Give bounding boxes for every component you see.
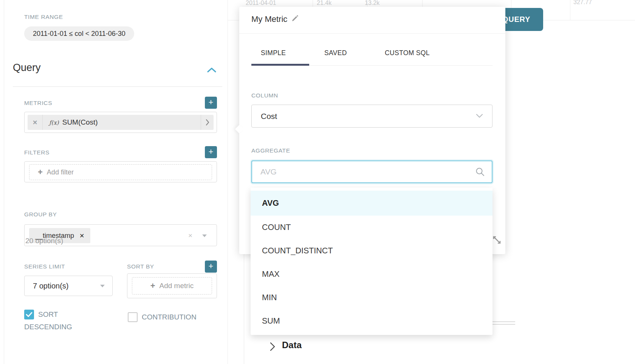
controls-panel: TIME RANGE 2011-01-01 ≤ col < 2011-06-30… xyxy=(4,0,228,364)
resize-handle-icon[interactable] xyxy=(492,235,502,247)
add-sort-metric-button[interactable]: + Add metric xyxy=(132,277,212,295)
aggregate-option-sum[interactable]: SUM xyxy=(251,309,493,333)
chevron-down-icon[interactable] xyxy=(202,234,207,237)
data-panel-header[interactable]: Data xyxy=(282,340,302,350)
sort-descending-checkbox-row[interactable]: SORT DESCENDING xyxy=(24,308,82,333)
chevron-down-icon xyxy=(476,113,483,120)
function-icon: ƒ(x) xyxy=(49,119,59,126)
popover-title: My Metric xyxy=(251,14,299,24)
divider xyxy=(239,33,505,34)
time-range-pill[interactable]: 2011-01-01 ≤ col < 2011-06-30 xyxy=(24,26,134,41)
sort-by-field: + Add metric xyxy=(127,273,217,298)
aggregate-option-min[interactable]: MIN xyxy=(251,286,493,309)
tab-simple[interactable]: SIMPLE xyxy=(261,49,286,57)
active-tab-indicator xyxy=(251,64,309,66)
add-metric-button[interactable]: + xyxy=(205,97,217,109)
add-filter-button[interactable]: + Add filter xyxy=(29,164,212,180)
clear-select-icon[interactable]: × xyxy=(188,231,192,240)
query-section-title: Query xyxy=(13,62,41,74)
table-cell-timestamp-line1: 2011-04-01 xyxy=(246,0,276,7)
metrics-field: × ƒ(x) SUM(Cost) xyxy=(24,112,217,133)
add-sort-metric-plus-button[interactable]: + xyxy=(205,261,217,273)
time-range-label: TIME RANGE xyxy=(24,14,63,20)
table-cell-value: 13.2k xyxy=(365,0,379,7)
plus-icon: + xyxy=(38,167,43,177)
add-filter-plus-button[interactable]: + xyxy=(205,146,217,158)
chevron-up-icon[interactable] xyxy=(207,67,217,74)
column-label: COLUMN xyxy=(251,92,278,99)
group-by-label: GROUP BY xyxy=(24,211,57,218)
metric-label[interactable]: ƒ(x) SUM(Cost) xyxy=(43,118,201,126)
aggregate-option-max[interactable]: MAX xyxy=(251,262,493,286)
table-cell-value: 21.4k xyxy=(317,0,331,7)
checkbox-unchecked-icon[interactable] xyxy=(128,312,138,322)
metric-pill[interactable]: × ƒ(x) SUM(Cost) xyxy=(28,115,214,130)
divider xyxy=(13,86,222,87)
edit-pencil-icon[interactable] xyxy=(291,14,299,24)
tab-saved[interactable]: SAVED xyxy=(324,49,347,57)
popover-arrow xyxy=(235,125,244,134)
checkbox-checked-icon[interactable] xyxy=(24,310,34,319)
search-icon xyxy=(475,167,485,178)
remove-tag-icon[interactable]: ✕ xyxy=(79,232,84,239)
sort-by-label: SORT BY xyxy=(127,263,154,270)
aggregate-option-count-distinct[interactable]: COUNT_DISTINCT xyxy=(251,239,493,262)
filters-label: FILTERS xyxy=(24,149,50,156)
group-by-options-hint: 20 option(s) xyxy=(25,237,63,245)
plus-icon: + xyxy=(150,281,155,291)
chevron-right-icon[interactable] xyxy=(201,115,214,130)
aggregate-label: AGGREGATE xyxy=(251,147,290,154)
remove-metric-icon[interactable]: × xyxy=(28,115,43,130)
tab-custom-sql[interactable]: CUSTOM SQL xyxy=(385,49,430,57)
series-limit-label: SERIES LIMIT xyxy=(24,263,65,270)
metrics-label: METRICS xyxy=(24,100,52,106)
chevron-down-icon xyxy=(100,285,105,287)
aggregate-search-input[interactable] xyxy=(251,160,493,183)
chevron-right-icon[interactable] xyxy=(269,342,276,353)
contribution-checkbox-row[interactable]: CONTRIBUTION xyxy=(128,311,218,323)
aggregate-input-wrap xyxy=(251,160,493,183)
series-limit-select[interactable]: 7 option(s) xyxy=(24,276,113,296)
aggregate-dropdown: AVG COUNT COUNT_DISTINCT MAX MIN SUM xyxy=(251,188,493,335)
column-select[interactable]: Cost xyxy=(251,105,493,128)
explore-view: 2011-04-01 00:00:00 21.4k 13.2k 327.77 R… xyxy=(0,0,635,364)
table-cell-value: 327.77 xyxy=(573,0,592,6)
filters-field: + Add filter xyxy=(24,161,217,182)
table-gridline xyxy=(570,0,570,20)
aggregate-option-count[interactable]: COUNT xyxy=(251,216,493,239)
aggregate-option-avg[interactable]: AVG xyxy=(251,191,493,216)
